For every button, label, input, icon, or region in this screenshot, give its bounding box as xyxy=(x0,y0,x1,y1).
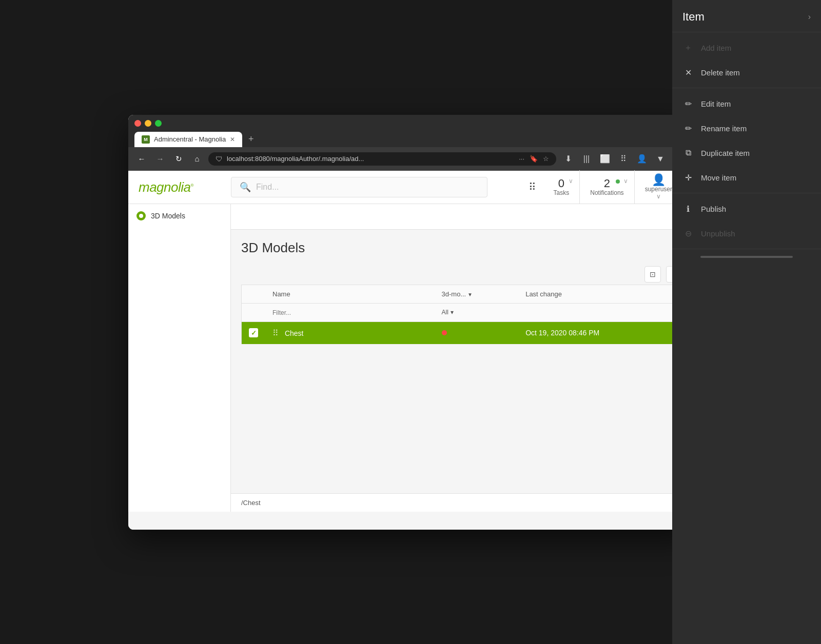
publish-menu-item[interactable]: ℹ Publish xyxy=(672,196,693,221)
unpublish-menu-item[interactable]: ⊖ Unpublish xyxy=(672,221,693,246)
rename-item-menu-item[interactable]: ✏ Rename item xyxy=(672,116,693,140)
main-layout: 3D Models ✕ 3D Models ⊡ xyxy=(128,204,693,512)
column-chooser-button[interactable]: ⊡ xyxy=(644,266,661,283)
browser-chrome: M Admincentral - Magnolia ✕ + xyxy=(128,115,693,147)
tasks-chevron-icon: ∨ xyxy=(569,177,573,185)
sidebar: 3D Models xyxy=(128,204,231,512)
duplicate-item-menu-item[interactable]: ⧉ Duplicate item xyxy=(672,140,693,165)
top-bar: magnolia® 🔍 Find... ⠿ 0 Tasks ∨ 2 Notifi… xyxy=(128,171,693,204)
download-icon[interactable]: ⬇ xyxy=(560,151,576,167)
notifications-chevron-icon: ∨ xyxy=(623,177,628,185)
name-filter-input[interactable] xyxy=(272,309,349,316)
fullscreen-window-button[interactable] xyxy=(155,120,162,127)
current-path: /Chest xyxy=(241,499,261,507)
extensions-icon[interactable]: ⠿ xyxy=(616,151,631,167)
drag-handle-icon[interactable]: ⠿ xyxy=(272,329,279,337)
tasks-count: 0 xyxy=(558,178,564,189)
duplicate-icon: ⧉ xyxy=(682,147,693,158)
tab-bar: M Admincentral - Magnolia ✕ + xyxy=(134,132,687,147)
scrollbar-indicator xyxy=(672,249,693,265)
move-item-menu-item[interactable]: ✛ Move item xyxy=(672,165,693,190)
minimize-window-button[interactable] xyxy=(145,120,151,127)
bookmark-icon[interactable]: 🔖 xyxy=(530,155,538,163)
security-icon: 🛡 xyxy=(216,155,223,163)
url-action-icons: ··· 🔖 ☆ xyxy=(519,155,549,163)
move-icon: ✛ xyxy=(682,172,693,183)
table-row[interactable]: ⠿ Chest Oct 19, 2020 08:46 PM xyxy=(242,321,682,344)
tasks-label: Tasks xyxy=(554,189,570,196)
content-area: ✕ 3D Models ⊡ ≡ xyxy=(231,204,693,512)
row-checkbox-cell[interactable] xyxy=(242,321,266,344)
search-icon: 🔍 xyxy=(240,182,251,193)
more-options-icon[interactable]: ··· xyxy=(519,155,524,163)
row-name: Chest xyxy=(285,329,304,337)
menu-section-edit: ✏ Edit item ✏ Rename item ⧉ Duplicate it… xyxy=(672,115,693,194)
notification-indicator xyxy=(616,179,620,184)
row-checkbox[interactable] xyxy=(249,328,258,337)
table-toolbar: ⊡ ≡ xyxy=(241,266,682,283)
row-lastchange-cell: Oct 19, 2020 08:46 PM xyxy=(518,321,682,344)
notifications-label: Notifications xyxy=(590,189,623,196)
forward-button[interactable]: → xyxy=(153,152,167,166)
tab-favicon: M xyxy=(142,135,150,144)
table-header-row: Name 3d-mo... ▼ Last change xyxy=(242,285,682,303)
data-table: Name 3d-mo... ▼ Last change xyxy=(241,285,682,345)
column-chooser-icon: ⊡ xyxy=(650,270,656,278)
tasks-button[interactable]: 0 Tasks ∨ xyxy=(543,170,580,204)
sidebar-item-3d-models[interactable]: 3D Models xyxy=(128,204,230,228)
address-bar: ← → ↻ ⌂ 🛡 localhost:8080/magnoliaAuthor/… xyxy=(128,147,693,171)
menu-section-publish: ℹ Publish ⊖ Unpublish xyxy=(672,193,693,249)
tab-title: Admincentral - Magnolia xyxy=(154,135,226,143)
traffic-lights xyxy=(134,120,687,127)
user-chevron-icon: ∨ xyxy=(656,193,661,200)
star-icon[interactable]: ☆ xyxy=(543,155,549,163)
checkbox-filter-cell xyxy=(242,303,266,321)
notifications-button[interactable]: 2 Notifications ∨ xyxy=(580,170,634,204)
vpn-icon[interactable]: ▼ xyxy=(653,151,668,167)
row-type-cell xyxy=(435,321,519,344)
tab-close-button[interactable]: ✕ xyxy=(230,136,235,143)
back-button[interactable]: ← xyxy=(134,152,149,166)
account-icon[interactable]: 👤 xyxy=(634,151,650,167)
bookmarks-icon[interactable]: ||| xyxy=(579,151,594,167)
sidebar-item-icon xyxy=(136,211,146,220)
unpublish-icon: ⊖ xyxy=(682,228,693,239)
user-icon: 👤 xyxy=(652,174,666,186)
type-column-header[interactable]: 3d-mo... ▼ xyxy=(435,285,519,303)
name-column-header[interactable]: Name xyxy=(265,285,435,303)
apps-grid-icon[interactable]: ⠿ xyxy=(529,181,536,193)
content-header: ✕ xyxy=(231,204,693,230)
tab-groups-icon[interactable]: ⬜ xyxy=(597,151,613,167)
search-bar[interactable]: 🔍 Find... xyxy=(231,177,487,197)
type-filter-cell: All ▾ xyxy=(435,303,519,321)
browser-window: M Admincentral - Magnolia ✕ + ← → ↻ ⌂ 🛡 … xyxy=(128,115,693,530)
user-label: superuser xyxy=(645,186,672,193)
status-bar: /Chest xyxy=(231,493,693,512)
name-filter-cell xyxy=(265,303,435,321)
context-menu: Item › ＋ Add item ✕ Delete item xyxy=(672,115,693,530)
close-window-button[interactable] xyxy=(134,120,141,127)
logo: magnolia® xyxy=(139,179,221,195)
reload-button[interactable]: ↻ xyxy=(171,152,186,166)
url-input[interactable]: 🛡 localhost:8080/magnoliaAuthor/.magnoli… xyxy=(208,152,556,166)
type-filter-chevron-icon: ▾ xyxy=(451,309,454,316)
app-content: magnolia® 🔍 Find... ⠿ 0 Tasks ∨ 2 Notifi… xyxy=(128,171,693,530)
rename-icon: ✏ xyxy=(682,123,693,134)
browser-toolbar-actions: ⬇ ||| ⬜ ⠿ 👤 ▼ ☰ xyxy=(560,151,687,167)
filter-row: All ▾ xyxy=(242,303,682,321)
publish-icon: ℹ xyxy=(682,203,693,214)
logo-text: magnolia® xyxy=(139,179,193,195)
sidebar-item-label: 3D Models xyxy=(151,212,185,220)
active-tab[interactable]: M Admincentral - Magnolia ✕ xyxy=(134,132,242,147)
content-body: 3D Models ⊡ ≡ xyxy=(231,230,693,493)
search-placeholder: Find... xyxy=(256,183,279,192)
type-filter-select[interactable]: All ▾ xyxy=(442,309,512,316)
date-filter-cell xyxy=(518,303,682,321)
new-tab-button[interactable]: + xyxy=(243,132,259,147)
type-filter-value: All xyxy=(442,309,448,316)
url-text: localhost:8080/magnoliaAuthor/.magnolia/… xyxy=(227,155,364,163)
row-name-cell: ⠿ Chest xyxy=(265,321,435,344)
status-indicator xyxy=(442,330,447,335)
checkbox-column-header xyxy=(242,285,266,303)
home-button[interactable]: ⌂ xyxy=(190,152,204,166)
